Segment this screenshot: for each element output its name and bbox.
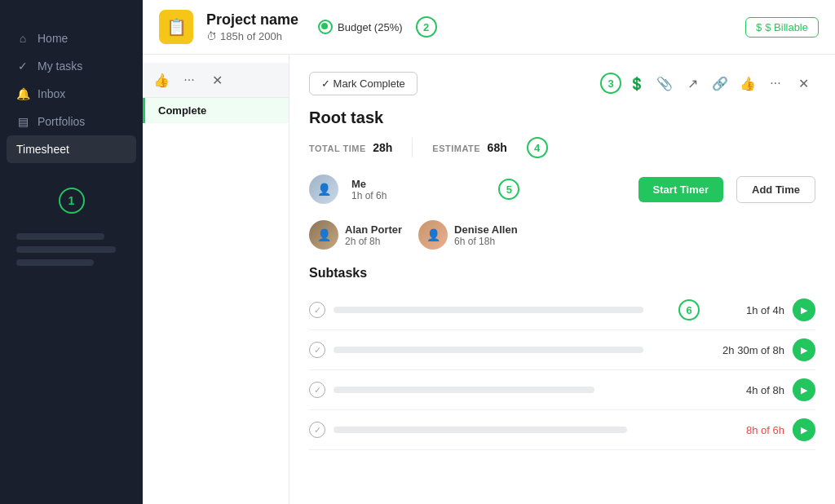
subtask-bar-4 (334, 427, 627, 433)
subtask-time-3: 4h of 8h (711, 384, 784, 396)
sidebar-numbered-badge: 1 (59, 188, 85, 214)
subtask-play-2[interactable]: ▶ (793, 338, 815, 361)
sidebar-item-inbox[interactable]: 🔔 Inbox (0, 80, 143, 108)
thumbsup-icon[interactable]: 👍 (736, 71, 760, 95)
main-area: 📋 Project name ⏱ 185h of 200h Budget (25… (143, 0, 835, 504)
home-icon: ⌂ (16, 32, 29, 45)
numbered-6: 6 (678, 299, 700, 321)
sidebar-skeleton (0, 220, 143, 279)
sidebar-item-label: Inbox (38, 87, 65, 100)
chart-icon: ▤ (16, 115, 29, 128)
assignee-alan: 👤 Alan Porter 2h of 8h (309, 220, 402, 250)
project-time: ⏱ 185h of 200h (206, 30, 298, 42)
subtask-time-2: 2h 30m of 8h (711, 344, 784, 356)
sidebar-item-label: Portfolios (38, 115, 85, 128)
add-time-button[interactable]: Add Time (736, 176, 815, 203)
send-icon[interactable]: ↗ (680, 71, 705, 95)
subtask-time-4: 8h of 6h (711, 424, 784, 436)
more-icon[interactable]: ··· (763, 71, 788, 95)
subtask-play-4[interactable]: ▶ (793, 418, 815, 441)
assignee-me-info: Me 1h of 6h (351, 178, 387, 201)
sidebar-item-timesheet[interactable]: Timesheet (7, 135, 136, 163)
subtask-check-4[interactable]: ✓ (309, 422, 325, 438)
subtask-row-1: ✓ 6 1h of 4h ▶ (309, 290, 815, 330)
sidebar-item-label: Home (38, 32, 68, 45)
estimate-time: ESTIMATE 68h (432, 140, 506, 155)
subtasks-title: Subtasks (309, 266, 815, 281)
close-task-icon[interactable]: ✕ (791, 71, 815, 95)
subtask-time-1: 1h of 4h (711, 304, 784, 316)
project-icon: 📋 (159, 10, 193, 44)
budget-badge: Budget (25%) (318, 20, 403, 34)
assignee-denise: 👤 Denise Allen 6h of 18h (418, 220, 518, 250)
secondary-assignees: 👤 Alan Porter 2h of 8h 👤 Denise Allen 6h… (309, 220, 815, 250)
numbered-4: 4 (527, 137, 548, 158)
subtask-row-3: ✓ 4h of 8h ▶ (309, 370, 815, 410)
project-name: Project name (206, 11, 298, 29)
dollar-circle-icon[interactable]: 💲 (625, 71, 649, 95)
header-numbered-2: 2 (416, 16, 437, 38)
numbered-5: 5 (498, 179, 519, 200)
left-panel-complete[interactable]: Complete (143, 98, 289, 123)
task-toolbar: 3 💲 📎 ↗ 🔗 👍 ··· ✕ (600, 71, 815, 95)
subtask-bar-1 (334, 307, 643, 313)
billable-button[interactable]: $ $ Billable (745, 17, 819, 38)
time-info: TOTAL TIME 28h ESTIMATE 68h 4 (309, 137, 815, 158)
start-timer-button[interactable]: Start Timer (638, 177, 723, 202)
toolbar-numbered-3: 3 (600, 73, 621, 94)
subtask-play-1[interactable]: ▶ (793, 298, 815, 321)
task-title: Root task (309, 108, 815, 127)
sidebar-item-home[interactable]: ⌂ Home (0, 24, 143, 52)
subtask-bar-3 (334, 387, 594, 393)
subtask-play-3[interactable]: ▶ (793, 378, 815, 401)
sidebar-nav: ⌂ Home ✓ My tasks 🔔 Inbox ▤ Portfolios T… (0, 16, 143, 171)
subtask-bar-2 (334, 347, 643, 353)
subtask-check-2[interactable]: ✓ (309, 342, 325, 358)
assignee-row-me: 👤 Me 1h of 6h 5 Start Timer Add Time (309, 175, 815, 204)
sidebar-item-mytasks[interactable]: ✓ My tasks (0, 52, 143, 80)
top-header: 📋 Project name ⏱ 185h of 200h Budget (25… (143, 0, 835, 55)
subtask-check-3[interactable]: ✓ (309, 382, 325, 398)
assignee-denise-info: Denise Allen 6h of 18h (454, 223, 518, 247)
sidebar: ⌂ Home ✓ My tasks 🔔 Inbox ▤ Portfolios T… (0, 0, 143, 504)
subtask-row-2: ✓ 2h 30m of 8h ▶ (309, 330, 815, 370)
clock-icon: ⏱ (206, 30, 217, 42)
assignee-alan-info: Alan Porter 2h of 8h (345, 223, 402, 247)
bell-icon: 🔔 (16, 87, 29, 100)
left-panel: 👍 ··· ✕ Complete (143, 55, 289, 504)
close-icon[interactable]: ✕ (205, 68, 229, 92)
project-info: Project name ⏱ 185h of 200h (206, 11, 298, 42)
subtask-row-4: ✓ 8h of 6h ▶ (309, 410, 815, 450)
time-divider (412, 138, 413, 157)
sidebar-item-label: Timesheet (16, 143, 69, 156)
sidebar-item-label: My tasks (38, 60, 82, 73)
check-icon: ✓ (16, 60, 29, 73)
dollar-icon: $ (756, 21, 762, 33)
task-header-bar: ✓ Mark Complete 3 💲 📎 ↗ 🔗 👍 ··· ✕ (309, 71, 815, 95)
avatar-me: 👤 (309, 175, 338, 204)
avatar-denise: 👤 (418, 220, 448, 250)
mark-complete-button[interactable]: ✓ Mark Complete (309, 72, 418, 95)
task-panel: ✓ Mark Complete 3 💲 📎 ↗ 🔗 👍 ··· ✕ Root t… (289, 55, 835, 504)
subtask-check-1[interactable]: ✓ (309, 302, 325, 318)
budget-circle (318, 20, 333, 34)
total-time: TOTAL TIME 28h (309, 140, 392, 155)
thumbs-up-icon[interactable]: 👍 (149, 68, 174, 92)
sidebar-item-portfolios[interactable]: ▤ Portfolios (0, 108, 143, 135)
more-options-icon[interactable]: ··· (177, 68, 201, 92)
content-wrapper: 👍 ··· ✕ Complete ✓ Mark Complete 3 💲 📎 ↗ (143, 55, 835, 504)
avatar-alan: 👤 (309, 220, 338, 250)
paperclip-icon[interactable]: 📎 (652, 71, 677, 95)
link-icon[interactable]: 🔗 (708, 71, 732, 95)
budget-label: Budget (25%) (338, 21, 403, 33)
